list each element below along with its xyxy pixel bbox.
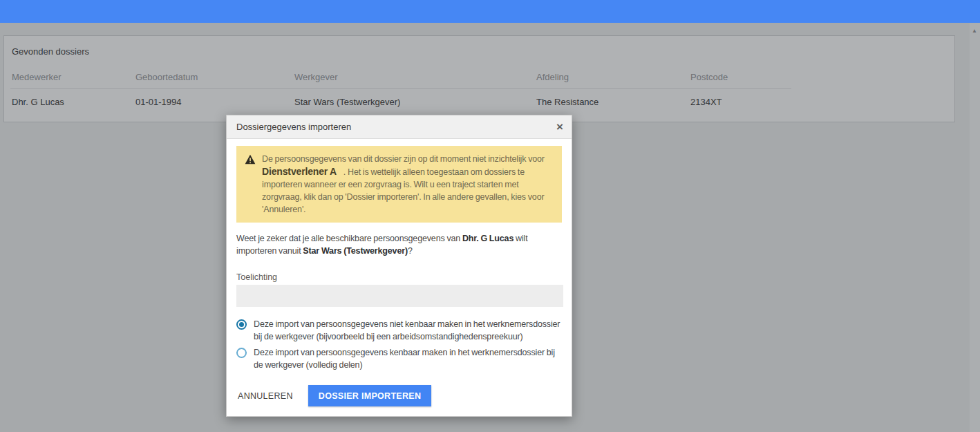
cell-postcode: 2134XT (690, 97, 722, 107)
option-label: Deze import van persoonsgegevens kenbaar… (254, 346, 562, 371)
column-header-medewerker: Medewerker (12, 72, 62, 82)
cancel-button[interactable]: ANNULEREN (236, 386, 301, 406)
dialog-body: De persoonsgegevens van dit dossier zijn… (227, 139, 572, 416)
comment-label: Toelichting (236, 272, 562, 282)
panel-title: Gevonden dossiers (12, 46, 89, 57)
column-header-afdeling: Afdeling (536, 72, 569, 82)
warning-banner: De persoonsgegevens van dit dossier zijn… (236, 146, 562, 223)
dialog-title: Dossiergegevens importeren (236, 122, 351, 132)
option-label: Deze import van persoonsgegevens niet ke… (254, 318, 562, 343)
employer-name: Star Wars (Testwerkgever) (303, 246, 408, 256)
share-options: Deze import van persoonsgegevens niet ke… (236, 318, 562, 371)
employee-name: Dhr. G Lucas (462, 234, 513, 243)
option-visible[interactable]: Deze import van persoonsgegevens kenbaar… (236, 346, 562, 371)
top-app-bar (0, 0, 980, 23)
scrollbar-up-arrow-icon[interactable]: ▲ (970, 28, 979, 35)
cell-medewerker: Dhr. G Lucas (12, 97, 64, 107)
import-dossier-dialog: Dossiergegevens importeren × De persoons… (226, 115, 572, 417)
provider-name: Dienstverlener A (262, 166, 337, 177)
dialog-footer: ANNULEREN DOSSIER IMPORTEREN (236, 385, 562, 406)
warning-triangle-icon (245, 154, 256, 167)
found-dossiers-panel: Gevonden dossiers Medewerker Geboortedat… (3, 35, 955, 122)
vertical-scrollbar[interactable] (970, 23, 980, 432)
comment-input[interactable] (236, 285, 563, 307)
cell-werkgever: Star Wars (Testwerkgever) (294, 97, 400, 107)
dialog-header: Dossiergegevens importeren × (227, 115, 572, 139)
cell-geboortedatum: 01-01-1994 (135, 97, 182, 107)
table-row[interactable]: Dhr. G Lucas 01-01-1994 Star Wars (Testw… (4, 91, 792, 118)
column-header-werkgever: Werkgever (294, 72, 338, 82)
cell-afdeling: The Resistance (536, 97, 599, 107)
column-header-postcode: Postcode (690, 72, 728, 82)
table-header-divider (10, 88, 791, 89)
close-icon[interactable]: × (556, 121, 563, 133)
option-not-visible[interactable]: Deze import van persoonsgegevens niet ke… (236, 318, 562, 343)
column-header-geboortedatum: Geboortedatum (135, 72, 198, 82)
warning-text: De persoonsgegevens van dit dossier zijn… (262, 153, 554, 216)
confirmation-question: Weet je zeker dat je alle beschikbare pe… (236, 232, 562, 257)
import-dossier-button[interactable]: DOSSIER IMPORTEREN (308, 385, 431, 406)
radio-selected-icon[interactable] (236, 319, 247, 330)
radio-unselected-icon[interactable] (236, 348, 247, 358)
